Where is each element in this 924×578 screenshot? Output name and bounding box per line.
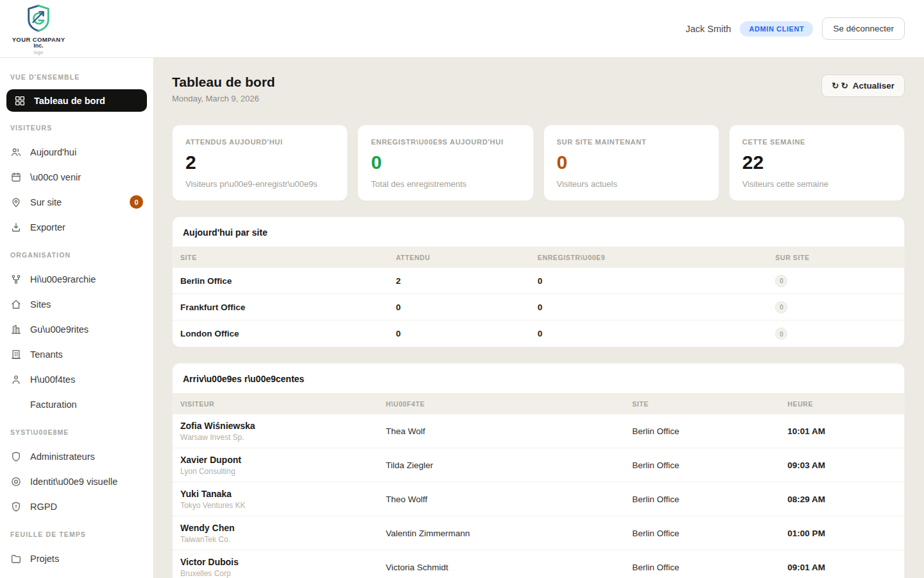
table-row: London Office 0 0 0 [173, 320, 904, 347]
table-header-row: Site Attendu Enregistr\u00e9 Sur site [173, 247, 904, 268]
sidebar-item-label: Sur site [30, 197, 62, 207]
grid-icon [14, 95, 26, 107]
sidebar-item-guardhouses[interactable]: Gu\u00e9rites [0, 317, 153, 342]
sidebar-item-hosts[interactable]: H\u00f4tes [0, 367, 153, 392]
today-by-site-card: Aujourd'hui par site Site Attendu Enregi… [172, 216, 905, 347]
column-header-host: H\u00f4te [386, 400, 632, 408]
sidebar-item-label: Hi\u00e9rarchie [30, 274, 96, 285]
sidebar-item-onsite[interactable]: Sur site 0 [0, 189, 153, 215]
sidebar-item-dashboard[interactable]: Tableau de bord [6, 89, 147, 112]
column-header-site: Site [180, 254, 396, 261]
expected-count: 0 [396, 302, 538, 312]
column-header-expected: Attendu [396, 254, 538, 261]
home-icon [10, 299, 22, 310]
hierarchy-icon [10, 274, 22, 285]
stat-label: Enregistr\u00e9s aujourd'hui [371, 138, 520, 146]
page-title: Tableau de bord [172, 74, 275, 90]
table-row: Berlin Office 2 0 0 [173, 268, 904, 294]
page-date: Monday, March 9, 2026 [172, 94, 275, 103]
stats-row: Attendus aujourd'hui 2 Visiteurs pr\u00e… [172, 125, 905, 201]
sidebar-item-sites[interactable]: Sites [0, 292, 153, 317]
arrival-time: 10:01 AM [787, 426, 896, 436]
arrival-time: 09:03 AM [787, 460, 896, 470]
stat-subtitle: Visiteurs cette semaine [742, 179, 891, 189]
sidebar-item-export-visitors[interactable]: Exporter [0, 215, 153, 240]
sidebar-item-review-approve[interactable]: Examiner & Approuver [0, 571, 153, 578]
site-name: Berlin Office [632, 563, 787, 572]
section-label-system: Syst\u00e8me [0, 417, 153, 444]
host-name: Victoria Schmidt [386, 563, 632, 572]
section-label-timesheet: Feuille de temps [0, 519, 153, 546]
stat-value: 2 [185, 152, 334, 173]
stat-label: Cette semaine [742, 138, 891, 146]
section-label-organisation: Organisation [0, 240, 153, 267]
refresh-button[interactable]: ↻ ↻ Actualiser [821, 74, 905, 97]
table-header-row: Visiteur H\u00f4te Site Heure [173, 393, 904, 414]
sidebar-item-label: Identit\u00e9 visuelle [30, 477, 117, 487]
stat-subtitle: Visiteurs actuels [557, 179, 706, 189]
stat-label: Sur site maintenant [557, 138, 706, 146]
registered-count: 0 [538, 276, 776, 286]
visitor-company: Tokyo Ventures KK [180, 501, 386, 510]
table-row: Victor Dubois Bruxelles Corp Victoria Sc… [173, 550, 904, 578]
user-name: Jack Smith [685, 24, 731, 34]
sidebar-item-billing[interactable]: Facturation [0, 392, 153, 417]
map-pin-icon [10, 197, 22, 208]
company-logo-icon [24, 3, 53, 35]
calendar-icon [10, 171, 22, 183]
person-icon [10, 374, 22, 385]
stat-card-expected-today: Attendus aujourd'hui 2 Visiteurs pr\u00e… [172, 125, 348, 201]
sidebar-item-label: Exporter [30, 222, 65, 232]
visitor-company: TaiwanTek Co. [180, 535, 386, 544]
column-header-onsite: Sur site [775, 254, 896, 261]
column-header-time: Heure [787, 400, 896, 408]
site-name: Berlin Office [632, 460, 787, 470]
sidebar-item-tenants[interactable]: Tenants [0, 342, 153, 367]
users-icon [10, 146, 22, 158]
stat-card-onsite-now: Sur site maintenant 0 Visiteurs actuels [543, 125, 719, 201]
sidebar-item-rgpd[interactable]: RGPD [0, 494, 153, 519]
sidebar-item-hierarchy[interactable]: Hi\u00e9rarchie [0, 267, 153, 292]
table-row: Zofia Wiśniewska Warsaw Invest Sp. Thea … [173, 414, 904, 448]
visitor-company: Bruxelles Corp [180, 569, 386, 578]
site-name: Berlin Office [180, 276, 396, 286]
logout-button[interactable]: Se déconnecter [822, 17, 905, 40]
table-title: Aujourd'hui par site [173, 217, 904, 247]
column-header-site: Site [632, 400, 787, 408]
stat-card-this-week: Cette semaine 22 Visiteurs cette semaine [729, 125, 905, 201]
host-name: Thea Wolf [386, 426, 632, 436]
site-name: London Office [180, 329, 396, 338]
sidebar-item-label: Gu\u00e9rites [30, 324, 89, 335]
visitor-company: Warsaw Invest Sp. [180, 433, 386, 442]
column-header-visitor: Visiteur [180, 400, 386, 408]
target-icon [10, 476, 22, 487]
site-name: Berlin Office [632, 529, 787, 538]
stat-value: 0 [557, 152, 706, 173]
refresh-button-label: Actualiser [853, 81, 894, 91]
expected-count: 0 [396, 329, 538, 338]
onsite-count-pill: 0 [775, 301, 787, 313]
table-row: Yuki Tanaka Tokyo Ventures KK Theo Wolff… [173, 482, 904, 516]
section-label-visitors: Visiteurs [0, 112, 153, 139]
sidebar-item-upcoming[interactable]: \u00c0 venir [0, 164, 153, 189]
visitor-name: Xavier Dupont [180, 455, 386, 465]
sidebar-item-visual-identity[interactable]: Identit\u00e9 visuelle [0, 469, 153, 494]
sidebar-item-projects[interactable]: Projets [0, 546, 153, 571]
sidebar-item-today[interactable]: Aujourd'hui [0, 139, 153, 164]
onsite-count-badge: 0 [130, 195, 143, 209]
visitor-company: Lyon Consulting [180, 467, 386, 476]
table-row: Frankfurt Office 0 0 0 [173, 294, 904, 320]
sidebar-item-label: Sites [30, 299, 51, 310]
sidebar-item-label: \u00c0 venir [30, 172, 81, 182]
sidebar: Vue d'ensemble Tableau de bord Visiteurs… [0, 58, 154, 578]
company-inc: Inc. [33, 43, 44, 49]
sidebar-item-administrators[interactable]: Administrateurs [0, 444, 153, 469]
arrival-time: 09:01 AM [787, 563, 896, 572]
section-label-overview: Vue d'ensemble [0, 62, 153, 89]
stat-label: Attendus aujourd'hui [185, 138, 334, 146]
arrival-time: 08:29 AM [787, 495, 896, 504]
folder-icon [10, 553, 22, 565]
host-name: Tilda Ziegler [386, 460, 632, 470]
column-header-registered: Enregistr\u00e9 [538, 254, 776, 261]
site-name: Frankfurt Office [180, 302, 396, 312]
